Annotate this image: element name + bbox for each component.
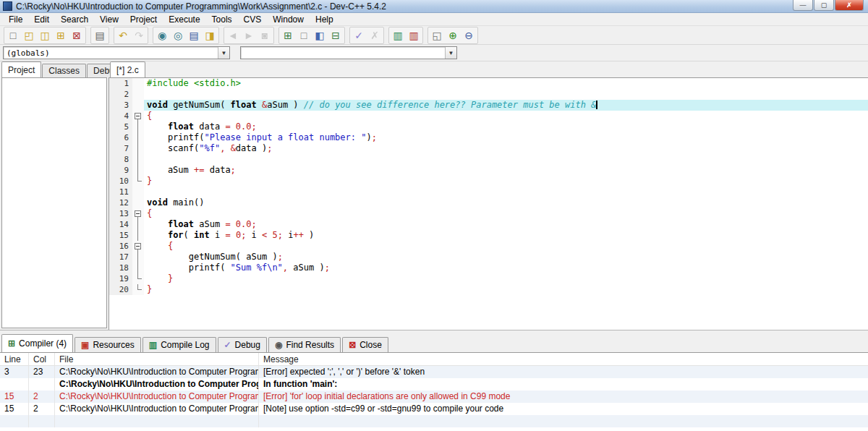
- code-text[interactable]: {: [144, 208, 868, 219]
- menu-search[interactable]: Search: [55, 14, 94, 25]
- code-line-4[interactable]: 4{: [109, 111, 868, 121]
- profile-icon[interactable]: ▥: [390, 27, 406, 43]
- rebuild-icon[interactable]: ⊟: [328, 27, 344, 43]
- fold-collapse-icon[interactable]: [135, 243, 141, 249]
- code-text[interactable]: void main(): [144, 197, 868, 208]
- new-file-icon[interactable]: ◱: [429, 27, 445, 43]
- find-icon[interactable]: ◉: [154, 27, 170, 43]
- chevron-down-icon[interactable]: ▼: [445, 47, 456, 59]
- code-line-10[interactable]: 10}: [109, 176, 868, 187]
- tab-debug[interactable]: ✓Debug: [218, 337, 267, 352]
- table-row[interactable]: 152C:\Rocky\No\HKU\Introduction to Compu…: [0, 391, 868, 403]
- code-line-2[interactable]: 2: [109, 89, 868, 100]
- compile-icon[interactable]: ⊞: [280, 27, 296, 43]
- code-text[interactable]: [144, 89, 868, 100]
- swap-header-source-icon[interactable]: ◨: [202, 27, 218, 43]
- menu-help[interactable]: Help: [310, 14, 339, 25]
- menu-view[interactable]: View: [94, 14, 124, 25]
- code-line-19[interactable]: 19 }: [109, 273, 868, 284]
- fold-margin[interactable]: [132, 241, 144, 252]
- fold-margin[interactable]: [132, 208, 144, 219]
- fold-margin[interactable]: [132, 165, 144, 176]
- tab-project[interactable]: Project: [1, 61, 41, 77]
- globals-dropdown[interactable]: (globals) ▼: [3, 46, 230, 59]
- save-icon[interactable]: ◫: [37, 27, 53, 43]
- minimize-button[interactable]: —: [793, 0, 813, 11]
- undo-icon[interactable]: ↶: [115, 27, 131, 43]
- editor-tab-2c[interactable]: [*] 2.c: [110, 61, 145, 77]
- fold-margin[interactable]: [132, 219, 144, 230]
- code-line-5[interactable]: 5 float data = 0.0;: [109, 121, 868, 132]
- code-line-3[interactable]: 3void getNumSum( float &aSum ) // do you…: [109, 100, 868, 111]
- code-text[interactable]: float data = 0.0;: [144, 121, 868, 132]
- code-line-12[interactable]: 12void main(): [109, 197, 868, 208]
- code-line-13[interactable]: 13{: [109, 208, 868, 219]
- menu-window[interactable]: Window: [267, 14, 310, 25]
- save-all-icon[interactable]: ⊞: [53, 27, 69, 43]
- code-text[interactable]: }: [144, 176, 868, 187]
- table-row[interactable]: C:\Rocky\No\HKU\Introduction to Computer…: [0, 378, 868, 391]
- code-line-17[interactable]: 17 getNumSum( aSum );: [109, 252, 868, 263]
- column-header-col[interactable]: Col: [29, 353, 55, 365]
- compile-run-icon[interactable]: ◧: [312, 27, 328, 43]
- syntax-check-icon[interactable]: ✓: [351, 27, 367, 43]
- table-row[interactable]: 152C:\Rocky\No\HKU\Introduction to Compu…: [0, 403, 868, 415]
- fold-margin[interactable]: [132, 143, 144, 154]
- code-text[interactable]: #include <stdio.h>: [144, 78, 868, 89]
- fold-margin[interactable]: [132, 121, 144, 132]
- code-line-18[interactable]: 18 printf( "Sum %f\n", aSum );: [109, 263, 868, 273]
- delete-profiling-icon[interactable]: ▥: [406, 27, 422, 43]
- code-line-8[interactable]: 8: [109, 154, 868, 165]
- fold-collapse-icon[interactable]: [135, 113, 141, 119]
- find-in-files-icon[interactable]: ◎: [170, 27, 186, 43]
- code-text[interactable]: float aSum = 0.0;: [144, 219, 868, 230]
- chevron-down-icon[interactable]: ▼: [218, 47, 229, 59]
- tab-resources[interactable]: ▣Resources: [75, 337, 141, 352]
- members-dropdown[interactable]: ▼: [240, 46, 457, 59]
- code-text[interactable]: }: [144, 284, 868, 295]
- remove-from-project-icon[interactable]: ⊖: [461, 27, 477, 43]
- tab-compile-log[interactable]: ▥Compile Log: [142, 337, 216, 352]
- code-text[interactable]: for( int i = 0; i < 5; i++ ): [144, 230, 868, 241]
- menu-file[interactable]: File: [3, 14, 28, 25]
- fold-margin[interactable]: [132, 176, 144, 187]
- code-text[interactable]: scanf("%f", &data );: [144, 143, 868, 154]
- code-editor[interactable]: 1#include <stdio.h>23void getNumSum( flo…: [109, 77, 868, 330]
- code-text[interactable]: getNumSum( aSum );: [144, 252, 868, 263]
- code-text[interactable]: printf("Please input a float number: ");: [144, 132, 868, 143]
- code-line-9[interactable]: 9 aSum += data;: [109, 165, 868, 176]
- tab-find-results[interactable]: ◉Find Results: [268, 337, 341, 352]
- fold-collapse-icon[interactable]: [135, 210, 141, 217]
- code-line-6[interactable]: 6 printf("Please input a float number: "…: [109, 132, 868, 143]
- tab-classes[interactable]: Classes: [42, 64, 86, 77]
- tab-compiler-4-[interactable]: ⊞Compiler (4): [1, 334, 73, 352]
- code-line-1[interactable]: 1#include <stdio.h>: [109, 78, 868, 89]
- add-to-project-icon[interactable]: ⊕: [445, 27, 461, 43]
- fold-margin[interactable]: [132, 284, 144, 295]
- print-icon[interactable]: ▤: [92, 27, 108, 43]
- code-line-14[interactable]: 14 float aSum = 0.0;: [109, 219, 868, 230]
- close-button[interactable]: ✗: [835, 0, 864, 11]
- fold-margin[interactable]: [132, 154, 144, 165]
- fold-margin[interactable]: [132, 111, 144, 121]
- menu-project[interactable]: Project: [124, 14, 163, 25]
- code-line-7[interactable]: 7 scanf("%f", &data );: [109, 143, 868, 154]
- menu-cvs[interactable]: CVS: [238, 14, 268, 25]
- maximize-button[interactable]: ▢: [814, 0, 834, 11]
- code-text[interactable]: printf( "Sum %f\n", aSum );: [144, 263, 868, 273]
- column-header-line[interactable]: Line: [0, 353, 29, 365]
- open-icon[interactable]: ◰: [21, 27, 37, 43]
- code-line-11[interactable]: 11: [109, 187, 868, 197]
- menu-tools[interactable]: Tools: [206, 14, 238, 25]
- new-source-icon[interactable]: □: [5, 27, 21, 43]
- menu-edit[interactable]: Edit: [28, 14, 55, 25]
- run-icon[interactable]: □: [296, 27, 312, 43]
- code-line-20[interactable]: 20}: [109, 284, 868, 295]
- fold-margin[interactable]: [132, 132, 144, 143]
- code-text[interactable]: [144, 154, 868, 165]
- table-row[interactable]: 323C:\Rocky\No\HKU\Introduction to Compu…: [0, 366, 868, 378]
- close-file-icon[interactable]: ⊠: [69, 27, 85, 43]
- tab-close[interactable]: ⊠Close: [342, 337, 388, 352]
- goto-line-icon[interactable]: ▤: [186, 27, 202, 43]
- menu-execute[interactable]: Execute: [163, 14, 205, 25]
